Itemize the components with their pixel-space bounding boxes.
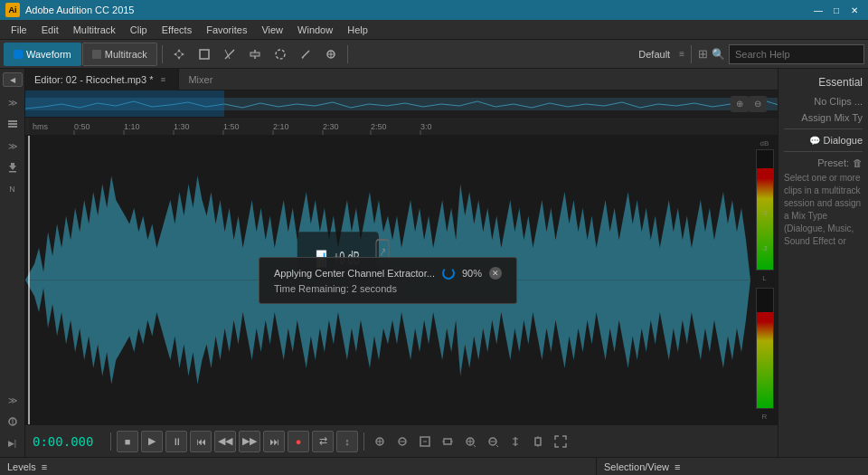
- waveform-container: ⊕ ⊖ hms 0:50 1:10 1:30 1:50 2:10 2:30 2:…: [25, 90, 778, 457]
- svg-line-65: [474, 445, 476, 447]
- svg-text:3:0: 3:0: [420, 122, 432, 131]
- svg-text:1:30: 1:30: [174, 122, 190, 131]
- waveform-icon: [14, 50, 23, 59]
- editor-area: Editor: 02 - Ricochet.mp3 * ≡ Mixer: [25, 69, 778, 457]
- vu-bottom-label: L: [762, 274, 766, 282]
- preset-row: Preset: 🗑: [784, 157, 863, 168]
- pencil-tool-button[interactable]: [294, 43, 317, 66]
- window-title: Adobe Audition CC 2015: [25, 5, 805, 15]
- svg-rect-72: [535, 438, 541, 445]
- menu-file[interactable]: File: [4, 20, 34, 40]
- menu-view[interactable]: View: [254, 20, 290, 40]
- zoom-amp-sel-button[interactable]: [528, 432, 548, 451]
- toolbar-separator-2: [347, 45, 348, 63]
- play-button[interactable]: ▶: [141, 431, 163, 452]
- svg-text:0:50: 0:50: [74, 122, 90, 131]
- time-select-button[interactable]: [243, 43, 267, 66]
- zoom-out-time-button[interactable]: [392, 432, 412, 451]
- progress-text: Applying Center Channel Extractor...: [274, 268, 435, 279]
- right-panel-description: Select one or more clips in a multitrack…: [784, 172, 863, 248]
- sidebar-midi[interactable]: N: [3, 179, 23, 199]
- fast-forward-button[interactable]: ▶▶: [239, 431, 260, 452]
- no-clips-item[interactable]: No Clips ...: [784, 96, 863, 107]
- stop-button[interactable]: ■: [117, 431, 138, 452]
- workspace-menu-icon[interactable]: ≡: [679, 49, 684, 59]
- progress-close-button[interactable]: ✕: [489, 267, 502, 280]
- download-icon: [6, 161, 19, 174]
- maximize-button[interactable]: □: [828, 3, 844, 17]
- zoom-in-time-button[interactable]: [370, 432, 390, 451]
- multitrack-icon: [92, 50, 101, 59]
- zoom-full-icon: [554, 435, 567, 448]
- app-icon: Ai: [5, 3, 20, 17]
- menu-favorites[interactable]: Favorites: [199, 20, 254, 40]
- loop-button[interactable]: ⇄: [312, 431, 334, 452]
- menu-window[interactable]: Window: [290, 20, 340, 40]
- time-select-icon: [249, 48, 261, 61]
- sidebar-download[interactable]: [3, 157, 23, 177]
- menu-edit[interactable]: Edit: [34, 20, 66, 40]
- view-toggle-group: Waveform Multitrack: [4, 43, 157, 66]
- editor-tab-menu-icon[interactable]: ≡: [156, 73, 169, 86]
- levels-menu-icon[interactable]: ≡: [42, 461, 47, 472]
- vu-meter: -9 -3: [756, 149, 774, 271]
- rewind-button[interactable]: ◀◀: [214, 431, 236, 452]
- zoom-sel-button[interactable]: [438, 432, 458, 451]
- menu-effects[interactable]: Effects: [155, 20, 199, 40]
- sidebar-tool-1[interactable]: [3, 114, 23, 134]
- toolbar: Waveform Multitrack Default ≡ ⊞ 🔍: [0, 40, 868, 69]
- sidebar-tool-2[interactable]: ≫: [3, 136, 23, 156]
- zoom-fit-button[interactable]: [415, 432, 435, 451]
- svg-line-2: [225, 50, 234, 59]
- editor-tab[interactable]: Editor: 02 - Ricochet.mp3 * ≡: [25, 69, 179, 90]
- waveform-display[interactable]: 📊 +0 dB ↗ Applying Center Channel Extrac…: [25, 136, 750, 424]
- close-button[interactable]: ✕: [846, 3, 863, 17]
- trash-icon[interactable]: 🗑: [853, 157, 863, 168]
- menu-bar: File Edit Multitrack Clip Effects Favori…: [0, 20, 868, 40]
- sidebar-out[interactable]: ▶|: [3, 433, 23, 453]
- select-tool-button[interactable]: [193, 43, 216, 66]
- menu-clip[interactable]: Clip: [123, 20, 155, 40]
- sidebar-collapse-button[interactable]: ◀: [3, 72, 23, 87]
- menu-multitrack[interactable]: Multitrack: [66, 20, 123, 40]
- ruler-svg: hms 0:50 1:10 1:30 1:50 2:10 2:30 2:50 3…: [29, 118, 778, 135]
- selection-menu-icon[interactable]: ≡: [675, 461, 680, 472]
- record-button[interactable]: ●: [288, 431, 309, 452]
- zoom-amp-fit-icon: [509, 435, 522, 448]
- spot-heal-button[interactable]: [319, 43, 343, 66]
- zoom-full-button[interactable]: [551, 432, 571, 451]
- progress-spinner: [442, 267, 455, 280]
- sidebar-bottom-tool[interactable]: [3, 412, 23, 432]
- svg-rect-26: [29, 118, 778, 135]
- move-tool-button[interactable]: [167, 43, 191, 66]
- menu-help[interactable]: Help: [340, 20, 375, 40]
- mixer-tab[interactable]: Mixer: [179, 69, 222, 90]
- main-layout: ◀ ≫ ≫ N ≫ ▶| Editor: 02 - Ricochet.mp3 *…: [0, 69, 868, 457]
- multitrack-tab[interactable]: Multitrack: [82, 43, 157, 66]
- zoom-amp-fit-button[interactable]: [505, 432, 525, 451]
- search-input[interactable]: [729, 44, 864, 64]
- lasso-tool-button[interactable]: [269, 43, 292, 66]
- razor-tool-button[interactable]: [218, 43, 241, 66]
- output-button[interactable]: ↕: [336, 431, 358, 452]
- minimize-button[interactable]: —: [810, 3, 826, 17]
- waveform-tab[interactable]: Waveform: [4, 43, 81, 66]
- vu-meter-2: [756, 288, 774, 409]
- svg-point-6: [276, 50, 285, 59]
- go-to-start-button[interactable]: ⏮: [190, 431, 212, 452]
- zoom-amp-out-button[interactable]: [483, 432, 503, 451]
- sidebar-expand-button[interactable]: ≫: [3, 92, 23, 112]
- zoom-amp-in-button[interactable]: [460, 432, 480, 451]
- assign-mix-item[interactable]: Assign Mix Ty: [784, 112, 863, 123]
- go-to-end-button[interactable]: ⏭: [263, 431, 285, 452]
- progress-percent: 90%: [462, 268, 482, 279]
- zoom-amp-out-icon: [486, 435, 499, 448]
- levels-header: Levels ≡: [0, 458, 596, 475]
- left-sidebar: ◀ ≫ ≫ N ≫ ▶|: [0, 69, 25, 457]
- svg-rect-16: [9, 171, 16, 173]
- svg-rect-5: [250, 52, 259, 56]
- toolbar-separator-1: [162, 45, 163, 63]
- pause-button[interactable]: ⏸: [165, 431, 187, 452]
- sidebar-bottom-expand[interactable]: ≫: [3, 390, 23, 410]
- svg-text:2:50: 2:50: [371, 122, 387, 131]
